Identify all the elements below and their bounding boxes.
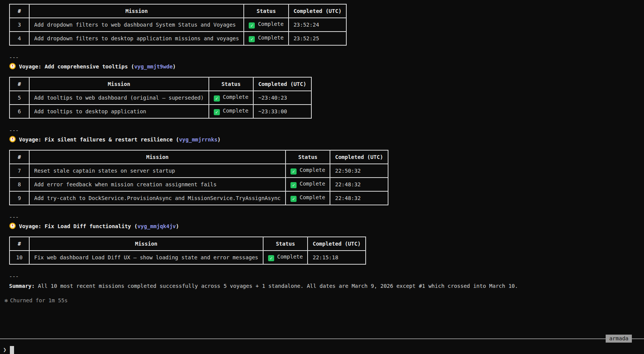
status-label: Complete xyxy=(223,108,248,114)
rule-line xyxy=(632,338,644,339)
summary-label: Summary: xyxy=(9,283,35,289)
terminal-prompt[interactable]: ❯ xyxy=(0,343,644,354)
table-row: 9 Add try-catch to DockService.Provision… xyxy=(9,191,388,205)
col-header-mission: Mission xyxy=(29,77,209,91)
check-icon: ✓ xyxy=(268,255,274,261)
voyage-heading-1: Voyage: Add comprehensive tooltips (vyg_… xyxy=(9,62,644,71)
status-label: Complete xyxy=(300,181,325,187)
mission-status: ✓Complete xyxy=(286,191,330,205)
mission-status: ✓Complete xyxy=(244,18,288,32)
voyage-title: Voyage: Fix silent failures & restart re… xyxy=(19,137,179,143)
missions-table-1: # Mission Status Completed (UTC) 3 Add d… xyxy=(9,4,347,46)
missions-table-3: # Mission Status Completed (UTC) 7 Reset… xyxy=(9,150,388,205)
mission-title: Add tooltips to web dashboard (original … xyxy=(29,91,209,105)
section-separator: --- xyxy=(9,273,644,280)
table-row: 3 Add dropdown filters to web dashboard … xyxy=(9,18,346,32)
table-header-row: # Mission Status Completed (UTC) xyxy=(9,4,346,18)
mission-completed-time: ~23:40:23 xyxy=(253,91,311,105)
churn-text: Churned for 1m 55s xyxy=(10,297,68,303)
table-row: 6 Add tooltips to desktop application ✓C… xyxy=(9,105,311,118)
mission-number: 10 xyxy=(9,251,29,264)
voyage-id: vyg_mmjrrnks xyxy=(179,137,217,143)
mission-number: 3 xyxy=(9,18,29,32)
check-icon: ✓ xyxy=(290,196,297,202)
summary-text: All 10 most recent missions completed su… xyxy=(35,283,518,289)
check-icon: ✓ xyxy=(249,36,255,42)
col-header-num: # xyxy=(9,77,29,91)
mission-completed-time: 22:48:32 xyxy=(330,178,388,191)
mission-completed-time: 23:52:25 xyxy=(289,32,346,45)
summary-line: Summary: All 10 most recent missions com… xyxy=(9,282,644,290)
mission-number: 9 xyxy=(9,191,29,205)
table-row: 10 Fix web dashboard Load Diff UX — show… xyxy=(9,251,366,264)
missions-table-2: # Mission Status Completed (UTC) 5 Add t… xyxy=(9,77,312,119)
cursor-block xyxy=(10,346,14,354)
mission-number: 4 xyxy=(9,32,29,45)
section-separator: --- xyxy=(9,214,644,221)
voyage-title: Voyage: Add comprehensive tooltips ( xyxy=(19,63,134,70)
mission-title: Fix web dashboard Load Diff UX — show lo… xyxy=(29,251,263,264)
mission-status: ✓Complete xyxy=(209,105,253,118)
col-header-completed: Completed (UTC) xyxy=(330,150,388,164)
compass-icon xyxy=(9,136,16,143)
footer-rule: armada xyxy=(0,335,644,343)
table-header-row: # Mission Status Completed (UTC) xyxy=(9,237,366,251)
mission-status: ✓Complete xyxy=(209,91,253,105)
table-row: 8 Add error feedback when mission creati… xyxy=(9,178,388,191)
table-header-row: # Mission Status Completed (UTC) xyxy=(9,77,311,91)
col-header-status: Status xyxy=(286,150,330,164)
mission-status: ✓Complete xyxy=(244,32,288,45)
mission-completed-time: 22:48:32 xyxy=(330,191,388,205)
compass-icon xyxy=(9,222,16,229)
voyage-heading-3: Voyage: Fix Load Diff functionality (vyg… xyxy=(9,222,644,230)
table-header-row: # Mission Status Completed (UTC) xyxy=(9,150,388,164)
col-header-mission: Mission xyxy=(29,150,286,164)
check-icon: ✓ xyxy=(249,22,255,29)
voyage-title-suffix: ) xyxy=(218,137,221,143)
voyage-heading-2: Voyage: Fix silent failures & restart re… xyxy=(9,135,644,144)
agent-status-line: ✻Churned for 1m 55s xyxy=(5,297,644,304)
col-header-num: # xyxy=(9,150,29,164)
voyage-title-suffix: ) xyxy=(173,63,176,70)
check-icon: ✓ xyxy=(214,109,220,115)
col-header-status: Status xyxy=(263,237,308,251)
col-header-completed: Completed (UTC) xyxy=(289,4,346,18)
mission-title: Add tooltips to desktop application xyxy=(29,105,209,118)
status-label: Complete xyxy=(258,35,283,41)
table-row: 4 Add dropdown filters to desktop applic… xyxy=(9,32,346,45)
status-label: Complete xyxy=(300,167,325,173)
mission-completed-time: 22:50:32 xyxy=(330,164,388,178)
mission-status: ✓Complete xyxy=(286,178,330,191)
check-icon: ✓ xyxy=(214,95,220,102)
status-label: Complete xyxy=(223,94,248,100)
col-header-status: Status xyxy=(244,4,288,18)
status-label: Complete xyxy=(277,254,303,260)
table-row: 7 Reset stale captain states on server s… xyxy=(9,164,388,178)
mission-status: ✓Complete xyxy=(263,251,308,264)
section-separator: --- xyxy=(9,127,644,134)
mission-completed-time: 22:15:18 xyxy=(308,251,365,264)
rule-line xyxy=(0,338,606,339)
check-icon: ✓ xyxy=(290,168,297,175)
voyage-id: vyg_mmjt9wde xyxy=(134,63,172,70)
col-header-num: # xyxy=(9,237,29,251)
col-header-completed: Completed (UTC) xyxy=(308,237,365,251)
mission-number: 7 xyxy=(9,164,29,178)
asterisk-icon: ✻ xyxy=(5,297,8,303)
prompt-chevron-icon: ❯ xyxy=(3,346,6,353)
mission-number: 5 xyxy=(9,91,29,105)
col-header-mission: Mission xyxy=(29,237,263,251)
mission-number: 8 xyxy=(9,178,29,191)
missions-table-4: # Mission Status Completed (UTC) 10 Fix … xyxy=(9,237,366,265)
mission-title: Reset stale captain states on server sta… xyxy=(29,164,286,178)
status-label: Complete xyxy=(300,194,325,200)
voyage-title: Voyage: Fix Load Diff functionality ( xyxy=(19,223,137,229)
compass-icon xyxy=(9,63,16,70)
col-header-num: # xyxy=(9,4,29,18)
check-icon: ✓ xyxy=(290,182,297,188)
mission-title: Add error feedback when mission creation… xyxy=(29,178,286,191)
col-header-status: Status xyxy=(209,77,253,91)
col-header-completed: Completed (UTC) xyxy=(253,77,311,91)
status-label: Complete xyxy=(258,21,283,27)
mission-title: Add dropdown filters to desktop applicat… xyxy=(29,32,244,45)
